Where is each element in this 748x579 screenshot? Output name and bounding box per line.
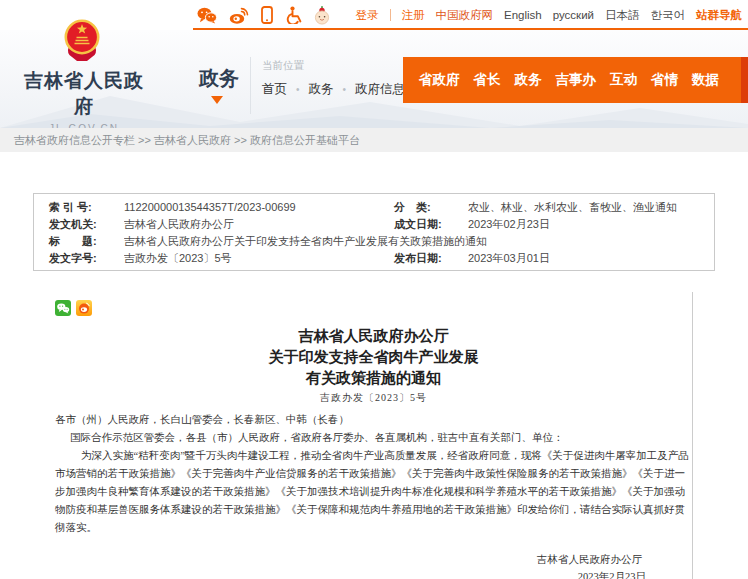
- addressee-line2: 国际合作示范区管委会，各县（市）人民政府，省政府各厅委办、各直属机构，驻吉中直有…: [55, 429, 692, 447]
- lang-russian-link[interactable]: русский: [553, 9, 594, 21]
- signature-date: 2023年2月23日: [55, 568, 692, 579]
- weibo-icon[interactable]: [229, 7, 249, 24]
- date-written-label: 成文日期:: [394, 216, 468, 233]
- wechat-icon[interactable]: [197, 7, 217, 24]
- divider: [390, 9, 391, 21]
- site-identity: 吉林省人民政府 JL.GOV.CN: [22, 68, 146, 134]
- wechat-share-icon[interactable]: [55, 300, 71, 316]
- topbar-icons: [197, 5, 330, 25]
- register-link[interactable]: 注册: [402, 8, 425, 23]
- document-meta-table: 索 引 号: 11220000013544357T/2023-00699 分 类…: [33, 193, 715, 271]
- doc-no-value: 吉政办发〔2023〕5号: [124, 250, 394, 267]
- meta-row: 标 题: 吉林省人民政府办公厅关于印发支持全省肉牛产业发展有关政策措施的通知: [49, 233, 706, 250]
- document-title: 吉林省人民政府办公厅 关于印发支持全省肉牛产业发展 有关政策措施的通知: [55, 326, 692, 389]
- login-link[interactable]: 登录: [356, 8, 379, 23]
- meta-row: 索 引 号: 11220000013544357T/2023-00699 分 类…: [49, 199, 706, 216]
- page: 登录 注册 中国政府网 English русский 日本語 한국어 站群导航: [0, 0, 748, 579]
- section-title: 政务: [199, 65, 239, 92]
- triangle-indicator: [211, 96, 223, 104]
- info-disclosure-breadcrumb[interactable]: 吉林省政府信息公开专栏 >> 吉林省人民政府 >> 政府信息公开基础平台: [0, 128, 748, 152]
- document-number: 吉政办发〔2023〕5号: [55, 391, 692, 405]
- category-label: 分 类:: [394, 199, 468, 216]
- breadcrumb-home[interactable]: 首页: [262, 81, 287, 98]
- index-value: 11220000013544357T/2023-00699: [124, 199, 394, 216]
- meta-row: 发文机关: 吉林省人民政府办公厅 成文日期: 2023年02月23日: [49, 216, 706, 233]
- category-value: 农业、林业、水利农业、畜牧业、渔业通知: [468, 199, 706, 216]
- issuer-value: 吉林省人民政府办公厅: [124, 216, 394, 233]
- national-emblem-logo[interactable]: [63, 17, 101, 68]
- issuer-label: 发文机关:: [49, 216, 124, 233]
- document-body-paragraph: 为深入实施“秸秆变肉”暨千万头肉牛建设工程，推动全省肉牛产业高质量发展，经省政府…: [55, 447, 692, 537]
- doc-no-label: 发文字号:: [49, 250, 124, 267]
- nav-item-interaction[interactable]: 互动: [610, 71, 637, 89]
- document-title-line1: 吉林省人民政府办公厅: [55, 326, 692, 347]
- nav-edge-strip: [741, 57, 748, 103]
- title-label: 标 题:: [49, 233, 124, 250]
- topbar: 登录 注册 中国政府网 English русский 日本語 한국어 站群导航: [0, 0, 748, 30]
- date-pub-label: 发布日期:: [394, 250, 468, 267]
- site-title[interactable]: 吉林省人民政府: [22, 68, 146, 120]
- index-label: 索 引 号:: [49, 199, 124, 216]
- lang-english-link[interactable]: English: [504, 9, 542, 21]
- current-position-label: 当前位置: [262, 59, 304, 73]
- nav-item-zhengwu[interactable]: 政务: [515, 71, 542, 89]
- lang-korean-link[interactable]: 한국어: [651, 8, 686, 23]
- nav-item-provincial-gov[interactable]: 省政府: [419, 71, 460, 89]
- site-group-nav-link[interactable]: 站群导航: [696, 8, 742, 23]
- weibo-share-icon[interactable]: [76, 300, 92, 316]
- gov-cn-link[interactable]: 中国政府网: [436, 8, 494, 23]
- share-row: [55, 300, 692, 316]
- document-content: 吉林省人民政府办公厅 关于印发支持全省肉牛产业发展 有关政策措施的通知 吉政办发…: [42, 292, 693, 579]
- meta-row: 发文字号: 吉政办发〔2023〕5号 发布日期: 2023年03月01日: [49, 250, 706, 267]
- nav-item-governor[interactable]: 省长: [474, 71, 501, 89]
- nav-item-data[interactable]: 数据: [692, 71, 719, 89]
- topbar-links: 登录 注册 中国政府网 English русский 日本語 한국어 站群导航: [356, 0, 743, 30]
- date-written-value: 2023年02月23日: [468, 216, 706, 233]
- lang-japanese-link[interactable]: 日本語: [605, 8, 640, 23]
- header: 吉林省人民政府 JL.GOV.CN 政务 当前位置 首页 • 政务 • 政府信息…: [0, 30, 748, 128]
- document-title-line3: 有关政策措施的通知: [55, 368, 692, 389]
- divider: [250, 57, 251, 114]
- date-pub-value: 2023年03月01日: [468, 250, 706, 267]
- mascot-icon[interactable]: [314, 6, 330, 25]
- nav-item-jishiban[interactable]: 吉事办: [556, 71, 597, 89]
- addressee-line1: 各市（州）人民政府，长白山管委会，长春新区、中韩（长春）: [55, 411, 692, 429]
- signature-org: 吉林省人民政府办公厅: [55, 551, 692, 568]
- breadcrumb-zhengwu[interactable]: 政务: [309, 81, 334, 98]
- mobile-icon[interactable]: [261, 6, 273, 24]
- nav-item-province-profile[interactable]: 省情: [651, 71, 678, 89]
- breadcrumb-separator: •: [296, 84, 300, 95]
- title-value: 吉林省人民政府办公厅关于印发支持全省肉牛产业发展有关政策措施的通知: [124, 233, 706, 250]
- document-title-line2: 关于印发支持全省肉牛产业发展: [55, 347, 692, 368]
- breadcrumb-separator: •: [343, 84, 347, 95]
- accessibility-icon[interactable]: [285, 6, 302, 24]
- main-nav: 省政府 省长 政务 吉事办 互动 省情 数据: [403, 57, 748, 103]
